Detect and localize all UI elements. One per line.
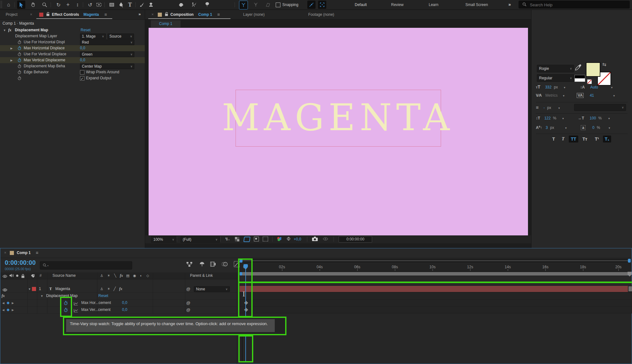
composition-canvas[interactable]: MAGENTA [149, 28, 528, 235]
time-navigator[interactable] [240, 259, 631, 263]
workspace-review[interactable]: Review [391, 3, 403, 7]
next-keyframe-icon[interactable]: ▶ [12, 300, 14, 306]
layer-quality-icon[interactable]: ╱ [114, 286, 116, 292]
font-style-dropdown[interactable]: Regular∨ [537, 74, 574, 82]
twirl-right-icon[interactable]: ▶ [10, 46, 13, 52]
fill-over-stroke-swatch[interactable] [574, 75, 585, 82]
twirl-right-icon[interactable]: ▶ [10, 58, 13, 64]
use-vertical-dropdown[interactable]: Green∨ [80, 52, 134, 57]
vscale-value[interactable]: 122 [544, 116, 551, 120]
all-caps-button[interactable]: TT [569, 136, 578, 143]
project-tab-close-icon[interactable]: × [30, 12, 32, 17]
font-size-value[interactable]: 332 [545, 85, 551, 89]
parent-link-column-label[interactable]: Parent & Link [190, 272, 213, 279]
keyframe-toggle-icon[interactable]: ◆ [7, 306, 9, 313]
tab-footage[interactable]: Footage (none) [308, 12, 334, 17]
layer-name[interactable]: Magenta [55, 286, 70, 292]
brush-tool-icon[interactable] [138, 1, 146, 9]
fill-color-swatch[interactable] [586, 62, 600, 77]
layer-collapse-icon[interactable]: ☀ [107, 286, 110, 292]
source-name-column-label[interactable]: Source Name [52, 272, 76, 279]
layer-twirl-icon[interactable]: ▼ [28, 286, 31, 293]
work-area-track[interactable] [240, 272, 631, 276]
exposure-value[interactable]: +0,0 [294, 237, 301, 241]
puppet-pin-tool-icon[interactable] [203, 1, 211, 9]
leading-value[interactable]: Auto [590, 85, 598, 89]
current-timecode[interactable]: 0:00:00:00 [5, 259, 36, 266]
kerning-menu-arrow[interactable]: ▼ [562, 94, 565, 97]
panel-menu-icon[interactable]: ≡ [104, 12, 107, 17]
lock-icon[interactable] [46, 12, 50, 17]
eraser-tool-icon[interactable] [177, 1, 185, 9]
channel-rgb-icon[interactable] [277, 237, 282, 242]
effect-header-row[interactable]: ▼ fx Displacement Map Reset [0, 27, 145, 33]
grid-dropdown[interactable]: ∨ [574, 104, 626, 111]
rectangle-tool-icon[interactable] [107, 1, 116, 9]
tsume-menu-arrow[interactable]: ▼ [608, 127, 611, 130]
timeline-search-box[interactable]: ▾ [40, 261, 132, 270]
draft-3d-icon[interactable] [199, 261, 205, 268]
kerning-value[interactable]: Metrics [545, 93, 558, 98]
max-vertical-track[interactable] [240, 306, 632, 313]
snapping-checkbox[interactable] [276, 3, 280, 7]
hscale-menu-arrow[interactable]: ▼ [608, 117, 610, 120]
workspace-learn[interactable]: Learn [429, 3, 439, 7]
expression-pickwhip-icon[interactable]: @ [186, 300, 190, 306]
tab-project[interactable]: Project [6, 12, 17, 17]
clone-stamp-tool-icon[interactable] [147, 1, 155, 9]
layer-duration-bar[interactable] [240, 286, 628, 292]
pen-tool-icon[interactable] [117, 1, 125, 9]
viewer-subtab-comp1[interactable]: Comp 1 [151, 20, 181, 27]
vscale-menu-arrow[interactable]: ▼ [562, 117, 564, 120]
map-layer-source-dropdown[interactable]: Source∨ [107, 33, 134, 39]
panel-menu-icon[interactable]: ≡ [217, 12, 220, 17]
parent-dropdown[interactable]: None∨ [194, 286, 230, 292]
map-behavior-dropdown[interactable]: Center Map∨ [80, 64, 134, 69]
no-fill-swatch[interactable] [587, 79, 592, 84]
local-axis-mode-icon[interactable] [239, 1, 248, 9]
faux-italic-button[interactable]: T [559, 136, 567, 143]
font-size-menu-arrow[interactable]: ▼ [563, 86, 566, 89]
roto-brush-tool-icon[interactable] [190, 1, 198, 9]
parent-pickwhip-icon[interactable]: @ [186, 286, 190, 292]
view-axis-mode-icon[interactable] [264, 1, 272, 9]
bshift-value[interactable]: 3 [546, 125, 548, 130]
grid-value[interactable]: - [543, 106, 545, 110]
timeline-tab[interactable]: Comp 1 [17, 251, 31, 255]
tsume-value[interactable]: 0 [592, 125, 594, 130]
superscript-button[interactable]: T¹ [593, 136, 601, 143]
transparency-grid-icon[interactable] [235, 237, 239, 242]
dolly-camera-tool-icon[interactable]: ↕ [73, 1, 82, 9]
effect-name[interactable]: Displacement Map [15, 27, 48, 33]
layer-track[interactable] [240, 286, 632, 293]
timeline-color-swatch[interactable] [10, 251, 14, 255]
panel-grip[interactable] [0, 1, 2, 9]
region-of-interest-icon[interactable] [243, 237, 250, 242]
expression-pickwhip-icon[interactable]: @ [186, 306, 190, 313]
use-horizontal-dropdown[interactable]: Red∨ [80, 39, 134, 45]
effect-twirl-icon[interactable]: ▼ [40, 293, 43, 300]
wrap-pixels-checkbox[interactable] [80, 70, 84, 75]
panel-overflow-chevron[interactable]: » [138, 12, 141, 16]
frame-blending-icon[interactable] [210, 261, 216, 268]
max-horizontal-value[interactable]: 0,0 [80, 45, 85, 51]
search-help-box[interactable] [518, 1, 630, 9]
comp-flowchart-icon[interactable] [186, 262, 193, 268]
font-family-dropdown[interactable]: Rogie∨ [537, 65, 574, 72]
leading-menu-arrow[interactable]: ▼ [611, 86, 613, 89]
show-snapshot-icon[interactable] [323, 237, 328, 242]
tab-effect-controls[interactable]: Effect Controls [52, 12, 79, 17]
snap-features-icon[interactable] [318, 1, 326, 9]
grid-menu-arrow[interactable]: ▼ [558, 107, 560, 110]
fast-previews-icon[interactable]: ↯▾ [225, 236, 230, 241]
zoom-tool-icon[interactable] [40, 1, 49, 9]
subscript-button[interactable]: T₁ [603, 136, 611, 143]
stopwatch-icon[interactable] [17, 76, 21, 82]
view-options-icon[interactable] [263, 237, 268, 241]
exposure-icon[interactable]: Ф [287, 236, 291, 241]
effect-track[interactable] [240, 293, 632, 300]
effect-reset-link[interactable]: Reset [98, 293, 108, 299]
workspace-default[interactable]: Default [355, 3, 367, 7]
max-horizontal-track[interactable] [240, 300, 632, 306]
layer-label-swatch[interactable] [32, 287, 36, 291]
